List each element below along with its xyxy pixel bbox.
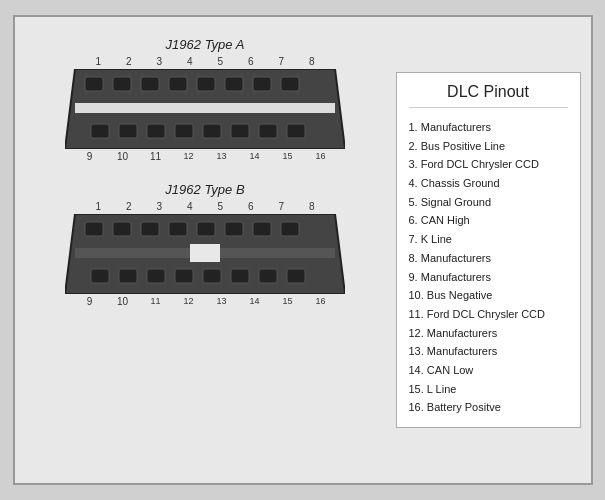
- pin-num: 16: [313, 151, 329, 162]
- list-item: 1. Manufacturers: [409, 118, 568, 137]
- pin-num: 6: [243, 56, 259, 67]
- pin-num: 2: [121, 56, 137, 67]
- connector-type-a: J1962 Type A 1 2 3 4 5 6 7 8: [25, 37, 386, 162]
- pin-num: 3: [151, 201, 167, 212]
- main-container: J1962 Type A 1 2 3 4 5 6 7 8: [13, 15, 593, 485]
- svg-rect-28: [215, 248, 335, 258]
- svg-rect-7: [253, 77, 271, 91]
- pin-num: 9: [82, 151, 98, 162]
- pin-num: 10: [115, 296, 131, 307]
- svg-rect-6: [225, 77, 243, 91]
- connector-a-title: J1962 Type A: [166, 37, 245, 52]
- svg-rect-5: [197, 77, 215, 91]
- svg-rect-14: [203, 124, 221, 138]
- pin-num: 15: [280, 151, 296, 162]
- svg-rect-10: [91, 124, 109, 138]
- list-item: 7. K Line: [409, 230, 568, 249]
- list-item: 8. Manufacturers: [409, 249, 568, 268]
- svg-rect-35: [231, 269, 249, 283]
- pinout-title: DLC Pinout: [409, 83, 568, 108]
- pin-num: 2: [121, 201, 137, 212]
- connector-type-b: J1962 Type B 1 2 3 4 5 6 7 8: [25, 182, 386, 307]
- pin-num: 4: [182, 201, 198, 212]
- pin-num: 12: [181, 151, 197, 162]
- pin-num: 7: [273, 201, 289, 212]
- pin-num: 7: [273, 56, 289, 67]
- pin-num: 8: [304, 56, 320, 67]
- list-item: 12. Manufacturers: [409, 324, 568, 343]
- pin-num: 13: [214, 296, 230, 307]
- pin-num: 10: [115, 151, 131, 162]
- connector-b-body: [65, 214, 345, 294]
- svg-rect-34: [203, 269, 221, 283]
- svg-rect-22: [169, 222, 187, 236]
- list-item: 3. Ford DCL Chrysler CCD: [409, 155, 568, 174]
- pinout-list: 1. Manufacturers 2. Bus Positive Line 3.…: [409, 118, 568, 417]
- pin-num: 9: [82, 296, 98, 307]
- list-item: 6. CAN High: [409, 211, 568, 230]
- pin-num: 6: [243, 201, 259, 212]
- left-panel: J1962 Type A 1 2 3 4 5 6 7 8: [25, 27, 386, 307]
- list-item: 2. Bus Positive Line: [409, 137, 568, 156]
- svg-rect-25: [253, 222, 271, 236]
- pin-numbers-top-a: 1 2 3 4 5 6 7 8: [65, 56, 345, 67]
- pin-num: 11: [148, 296, 164, 307]
- svg-rect-11: [119, 124, 137, 138]
- list-item: 14. CAN Low: [409, 361, 568, 380]
- pin-numbers-top-b: 1 2 3 4 5 6 7 8: [65, 201, 345, 212]
- list-item: 16. Battery Positve: [409, 398, 568, 417]
- svg-rect-9: [75, 103, 335, 113]
- pin-num: 5: [212, 201, 228, 212]
- list-item: 10. Bus Negative: [409, 286, 568, 305]
- svg-rect-24: [225, 222, 243, 236]
- list-item: 13. Manufacturers: [409, 342, 568, 361]
- pin-num: 14: [247, 296, 263, 307]
- svg-rect-12: [147, 124, 165, 138]
- pin-num: 14: [247, 151, 263, 162]
- svg-rect-21: [141, 222, 159, 236]
- list-item: 5. Signal Ground: [409, 193, 568, 212]
- svg-rect-16: [259, 124, 277, 138]
- svg-rect-27: [75, 248, 195, 258]
- list-item: 4. Chassis Ground: [409, 174, 568, 193]
- pinout-panel: DLC Pinout 1. Manufacturers 2. Bus Posit…: [396, 72, 581, 428]
- svg-rect-17: [287, 124, 305, 138]
- pin-num: 13: [214, 151, 230, 162]
- svg-rect-20: [113, 222, 131, 236]
- svg-rect-37: [287, 269, 305, 283]
- pin-num: 8: [304, 201, 320, 212]
- connector-a-body: [65, 69, 345, 149]
- svg-rect-15: [231, 124, 249, 138]
- svg-rect-19: [85, 222, 103, 236]
- pin-num: 1: [90, 201, 106, 212]
- pin-num: 1: [90, 56, 106, 67]
- svg-rect-3: [141, 77, 159, 91]
- svg-rect-26: [281, 222, 299, 236]
- svg-rect-36: [259, 269, 277, 283]
- list-item: 9. Manufacturers: [409, 268, 568, 287]
- pin-num: 11: [148, 151, 164, 162]
- connector-b-title: J1962 Type B: [165, 182, 244, 197]
- list-item: 15. L Line: [409, 380, 568, 399]
- svg-rect-29: [190, 244, 220, 262]
- svg-rect-13: [175, 124, 193, 138]
- svg-rect-23: [197, 222, 215, 236]
- svg-rect-4: [169, 77, 187, 91]
- svg-rect-31: [119, 269, 137, 283]
- svg-rect-30: [91, 269, 109, 283]
- pin-num: 4: [182, 56, 198, 67]
- pin-num: 16: [313, 296, 329, 307]
- pin-num: 15: [280, 296, 296, 307]
- pin-num: 5: [212, 56, 228, 67]
- pin-num: 3: [151, 56, 167, 67]
- list-item: 11. Ford DCL Chrysler CCD: [409, 305, 568, 324]
- svg-rect-32: [147, 269, 165, 283]
- pin-numbers-bottom-b: 9 10 11 12 13 14 15 16: [65, 296, 345, 307]
- svg-rect-8: [281, 77, 299, 91]
- svg-rect-2: [113, 77, 131, 91]
- pin-numbers-bottom-a: 9 10 11 12 13 14 15 16: [65, 151, 345, 162]
- svg-rect-33: [175, 269, 193, 283]
- svg-rect-1: [85, 77, 103, 91]
- pin-num: 12: [181, 296, 197, 307]
